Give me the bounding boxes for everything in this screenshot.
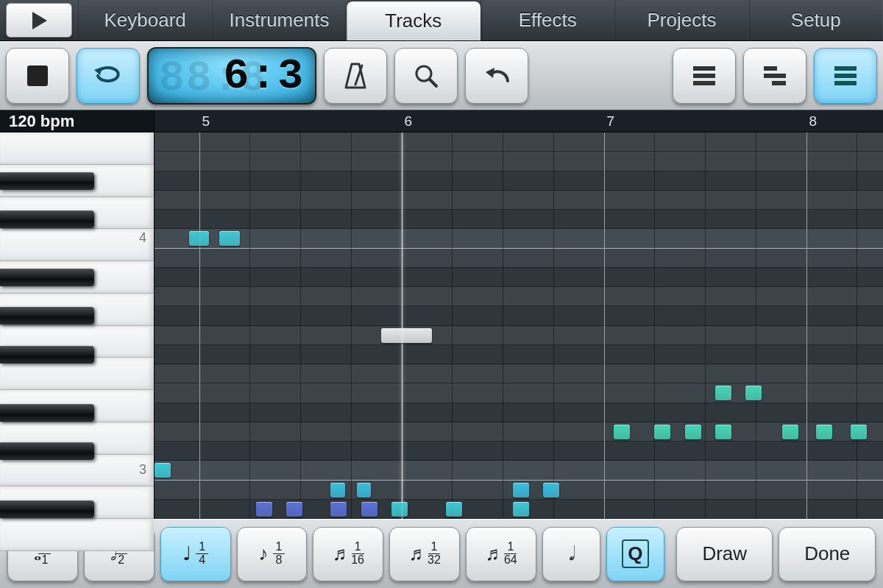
octave-label: 4 [139,230,146,246]
note[interactable] [446,502,462,517]
grid-row [155,287,883,306]
bar-label: 8 [809,113,818,130]
beat-line [503,132,503,519]
black-key[interactable] [0,210,94,228]
timeline-ruler[interactable]: 120 bpm 5678 [0,110,883,132]
white-key[interactable] [0,132,154,165]
beat-line [351,132,352,519]
play-button[interactable] [6,3,72,38]
note[interactable] [361,502,377,517]
tab-effects[interactable]: Effects [480,0,614,40]
black-key[interactable] [0,269,94,286]
piano-keys[interactable]: 43 [0,132,155,519]
black-key[interactable] [0,500,94,518]
note-length-1-4[interactable]: ♩14 [160,527,231,581]
svg-rect-8 [693,74,715,78]
grid-row [155,403,883,422]
note[interactable] [654,425,670,439]
note[interactable] [219,231,240,246]
note[interactable] [614,425,630,439]
view-mode-1[interactable] [743,48,806,104]
loop-button[interactable] [77,48,140,104]
octave-label: 3 [139,462,146,478]
note[interactable] [513,483,529,497]
black-key[interactable] [0,172,94,190]
note[interactable] [381,328,432,343]
tab-instruments[interactable]: Instruments [212,0,346,40]
metronome-button[interactable] [324,48,387,104]
black-key[interactable] [0,442,94,460]
note[interactable] [330,483,344,497]
black-key[interactable] [0,404,94,422]
svg-rect-9 [693,81,715,85]
bpm-display[interactable]: 120 bpm [0,110,155,132]
note-length-1-32[interactable]: ♬132 [389,527,460,581]
beat-line [705,132,706,519]
note-fraction: 132 [428,541,441,567]
note-fraction: 14 [196,541,208,567]
note[interactable] [155,463,171,478]
note[interactable] [286,502,302,517]
note-length-1-16[interactable]: ♬116 [313,527,383,581]
note[interactable] [685,425,701,439]
playhead[interactable] [402,132,403,519]
note[interactable] [715,386,731,400]
black-key[interactable] [0,346,94,364]
position-display[interactable]: 88:8 6:3 [147,47,316,105]
note[interactable] [330,502,347,517]
note-glyph: ♬ [333,542,347,565]
grid-row [155,326,883,345]
note[interactable] [745,386,762,400]
view-icon [691,63,717,88]
note[interactable] [189,231,210,246]
note-glyph: ♬ [409,542,424,565]
note[interactable] [782,425,798,439]
bar-line [199,132,200,519]
white-key[interactable] [0,229,154,261]
dotted-note-button[interactable]: 𝅗𝅥. [542,527,600,581]
grid-row [155,422,883,442]
note[interactable] [513,502,529,517]
beat-line [654,132,655,519]
grid-row [155,171,883,191]
tab-tracks[interactable]: Tracks [347,1,480,40]
grid-row [155,306,883,325]
note[interactable] [543,483,559,497]
tab-setup[interactable]: Setup [749,0,883,40]
stop-button[interactable] [6,48,69,104]
zoom-button[interactable] [394,48,458,104]
undo-button[interactable] [465,48,528,104]
note-grid[interactable] [155,132,883,519]
note[interactable] [357,483,371,497]
tab-projects[interactable]: Projects [614,0,748,40]
svg-rect-12 [772,81,786,85]
tab-keyboard[interactable]: Keyboard [78,0,212,40]
done-button[interactable]: Done [779,527,876,581]
note-fraction: 164 [504,541,517,567]
note-length-1-8[interactable]: ♪18 [237,527,308,581]
view-icon [762,63,788,88]
white-key[interactable] [0,519,154,551]
beat-line [249,132,250,519]
svg-rect-7 [693,66,715,71]
note-glyph: ♬ [485,542,500,565]
stop-icon [27,65,48,86]
note[interactable] [391,502,408,517]
black-key[interactable] [0,307,94,325]
quantize-button[interactable]: Q [606,527,664,581]
view-mode-0[interactable] [673,48,736,104]
piano-roll: 120 bpm 5678 43 [0,110,883,519]
view-mode-2[interactable] [814,48,877,104]
loop-icon [92,63,124,88]
note[interactable] [851,425,867,439]
bar-label: 7 [607,113,615,130]
note-fraction: 18 [273,541,286,567]
note[interactable] [816,425,832,439]
note[interactable] [256,502,272,517]
grid-row [155,132,883,152]
draw-button[interactable]: Draw [676,527,773,581]
note[interactable] [715,425,731,439]
beat-line [857,132,857,519]
note-length-1-64[interactable]: ♬164 [466,527,536,581]
grid-row [155,249,883,268]
